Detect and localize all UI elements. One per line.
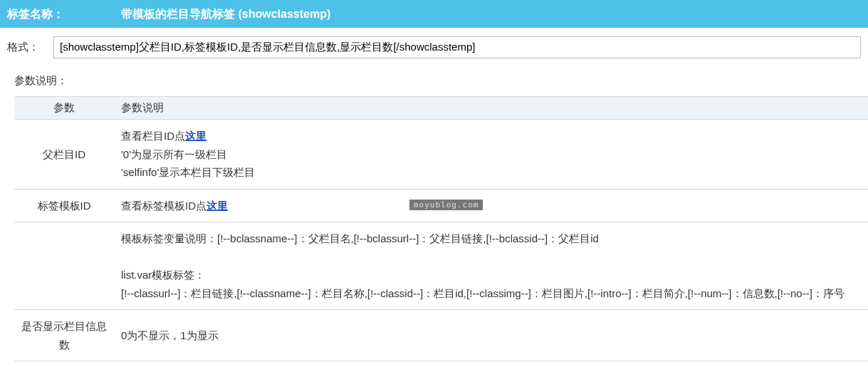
table-row: 是否显示栏目信息数 0为不显示，1为显示 — [14, 310, 868, 361]
param-table: 参数 参数说明 父栏目ID 查看栏目ID点这里 '0'为显示所有一级栏目 'se… — [14, 96, 868, 372]
table-row: 模板标签变量说明：[!--bclassname--]：父栏目名,[!--bcla… — [14, 222, 868, 310]
link-here[interactable]: 这里 — [206, 200, 228, 212]
param-desc: 查看栏目ID点这里 '0'为显示所有一级栏目 'selfinfo'显示本栏目下级… — [114, 120, 868, 190]
header-title: 带模板的栏目导航标签 (showclasstemp) — [121, 7, 330, 22]
section-title: 参数说明： — [0, 71, 868, 96]
th-desc: 参数说明 — [114, 97, 868, 120]
param-name: 是否显示栏目信息数 — [14, 310, 114, 361]
param-name: 显示栏目数 — [14, 361, 114, 373]
header-label: 标签名称： — [7, 7, 121, 22]
format-row: 格式： — [0, 28, 868, 71]
param-name: 父栏目ID — [14, 120, 114, 190]
table-row: 父栏目ID 查看栏目ID点这里 '0'为显示所有一级栏目 'selfinfo'显… — [14, 120, 868, 190]
param-name: 标签模板ID — [14, 189, 114, 222]
page-container: 标签名称： 带模板的栏目导航标签 (showclasstemp) 格式： 参数说… — [0, 0, 868, 372]
format-label: 格式： — [7, 41, 53, 54]
header-bar: 标签名称： 带模板的栏目导航标签 (showclasstemp) — [0, 0, 868, 28]
param-desc: 查看标签模板ID点这里 — [114, 189, 868, 222]
watermark: moyublog.com — [409, 200, 483, 210]
param-desc: 模板标签变量说明：[!--bclassname--]：父栏目名,[!--bcla… — [114, 222, 868, 310]
param-desc: 0为不显示，1为显示 — [114, 310, 868, 361]
link-here[interactable]: 这里 — [185, 130, 206, 142]
param-desc: 0为不限制 — [114, 361, 868, 373]
table-row: 显示栏目数 0为不限制 — [14, 361, 868, 373]
param-name — [14, 222, 114, 310]
th-param: 参数 — [14, 97, 114, 120]
table-header-row: 参数 参数说明 — [14, 97, 868, 120]
format-input[interactable] — [53, 36, 861, 58]
